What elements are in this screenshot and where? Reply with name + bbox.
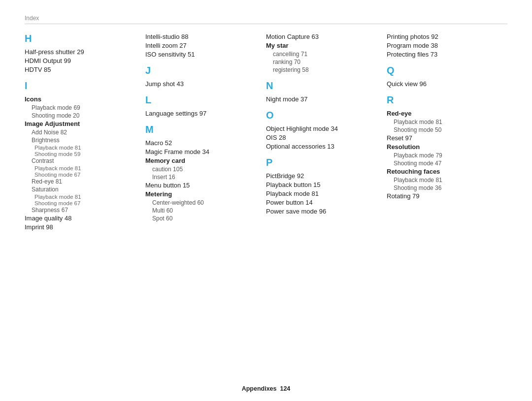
sub-sub-entry-item: Playback mode 81: [25, 165, 140, 171]
section-letter-J: J: [145, 65, 261, 76]
entry-item: Intelli-studio 88: [145, 33, 261, 40]
sub-entry-item: Contrast: [25, 157, 140, 164]
section-letter-H: H: [25, 33, 140, 44]
entry-item: Image quality 48: [25, 215, 140, 222]
entry-item: Retouching faces: [387, 168, 502, 175]
section-3-0: Printing photos 92Program mode 38Protect…: [387, 33, 502, 58]
entry-item: Icons: [25, 95, 140, 103]
entry-item: Intelli zoom 27: [145, 42, 261, 49]
entry-item: Resolution: [387, 143, 502, 151]
entry-item: Playback mode 81: [266, 190, 382, 197]
section-0-1: IIconsPlayback mode 69Shooting mode 20Im…: [25, 80, 140, 231]
section-letter-Q: Q: [387, 65, 502, 76]
section-2-0: Motion Capture 63My starcancelling 71ran…: [266, 33, 382, 73]
section-letter-I: I: [25, 80, 140, 92]
entry-item: Rotating 79: [387, 192, 502, 200]
entry-item: Power save mode 96: [266, 208, 382, 215]
section-letter-M: M: [145, 124, 261, 135]
sub-entry-item: Saturation: [25, 186, 140, 193]
entry-item: HDTV 85: [25, 66, 140, 73]
section-2-1: NNight mode 37: [266, 80, 382, 103]
page-label: Index: [25, 15, 507, 22]
sub-entry-item: registering 58: [266, 66, 382, 73]
column-1: Intelli-studio 88Intelli zoom 27ISO sens…: [145, 33, 266, 232]
section-1-2: LLanguage settings 97: [145, 94, 261, 117]
sub-entry-item: caution 105: [145, 166, 261, 173]
sub-entry-item: Center-weighted 60: [145, 199, 261, 206]
entry-item: PictBridge 92: [266, 172, 382, 180]
entry-item: OIS 28: [266, 134, 382, 141]
sub-entry-item: Playback mode 81: [387, 119, 502, 125]
footer: Appendixes 124: [0, 385, 532, 392]
sub-entry-item: cancelling 71: [266, 51, 382, 58]
entry-item: Jump shot 43: [145, 80, 261, 88]
entry-item: Language settings 97: [145, 110, 261, 117]
entry-item: Quick view 96: [387, 80, 502, 88]
sub-sub-entry-item: Playback mode 81: [25, 194, 140, 200]
section-3-2: RRed-eyePlayback mode 81Shooting mode 50…: [387, 94, 502, 200]
sub-entry-item: Add Noise 82: [25, 129, 140, 136]
entry-item: Playback button 15: [266, 181, 382, 188]
section-letter-P: P: [266, 157, 382, 168]
sub-entry-item: ranking 70: [266, 59, 382, 65]
entry-item: HDMI Output 99: [25, 57, 140, 64]
column-3: Printing photos 92Program mode 38Protect…: [387, 33, 507, 232]
sub-entry-item: Shooting mode 36: [387, 185, 502, 191]
entry-item: Menu button 15: [145, 182, 261, 189]
entry-item: Image Adjustment: [25, 120, 140, 127]
section-2-2: OObject Highlight mode 34OIS 28Optional …: [266, 110, 382, 150]
section-2-3: PPictBridge 92Playback button 15Playback…: [266, 157, 382, 215]
section-1-3: MMacro 52Magic Frame mode 34Memory cardc…: [145, 124, 261, 222]
sub-entry-item: Spot 60: [145, 215, 261, 222]
entry-item: Protecting files 73: [387, 51, 502, 58]
sub-entry-item: Red-eye 81: [25, 178, 140, 185]
column-2: Motion Capture 63My starcancelling 71ran…: [266, 33, 387, 232]
sub-sub-entry-item: Playback mode 81: [25, 145, 140, 151]
section-letter-N: N: [266, 80, 382, 92]
entry-item: Red-eye: [387, 110, 502, 117]
sub-entry-item: Shooting mode 20: [25, 112, 140, 119]
sub-sub-entry-item: Shooting mode 67: [25, 200, 140, 206]
sub-entry-item: Playback mode 69: [25, 104, 140, 111]
entry-item: Power button 14: [266, 199, 382, 206]
entry-item: Object Highlight mode 34: [266, 125, 382, 132]
entry-item: Program mode 38: [387, 42, 502, 49]
section-1-0: Intelli-studio 88Intelli zoom 27ISO sens…: [145, 33, 261, 58]
entry-item: Reset 97: [387, 134, 502, 142]
index-columns: HHalf-press shutter 29HDMI Output 99HDTV…: [25, 33, 507, 232]
section-1-1: JJump shot 43: [145, 65, 261, 88]
entry-item: Magic Frame mode 34: [145, 148, 261, 155]
entry-item: Half-press shutter 29: [25, 48, 140, 56]
entry-item: My star: [266, 42, 382, 49]
sub-entry-item: Shooting mode 50: [387, 126, 502, 133]
entry-item: Night mode 37: [266, 95, 382, 103]
entry-item: Motion Capture 63: [266, 33, 382, 40]
section-letter-R: R: [387, 94, 502, 106]
section-3-1: QQuick view 96: [387, 65, 502, 88]
sub-entry-item: Brightness: [25, 137, 140, 144]
footer-page: 124: [280, 385, 290, 392]
sub-entry-item: Playback mode 79: [387, 152, 502, 159]
entry-item: Optional accessories 13: [266, 143, 382, 150]
entry-item: Macro 52: [145, 139, 261, 147]
sub-entry-item: Playback mode 81: [387, 177, 502, 184]
page: Index HHalf-press shutter 29HDMI Output …: [0, 0, 532, 401]
sub-entry-item: Insert 16: [145, 174, 261, 181]
top-rule: [25, 24, 507, 24]
column-0: HHalf-press shutter 29HDMI Output 99HDTV…: [25, 33, 145, 232]
section-letter-L: L: [145, 94, 261, 106]
section-letter-O: O: [266, 110, 382, 121]
sub-sub-entry-item: Shooting mode 67: [25, 172, 140, 178]
section-0-0: HHalf-press shutter 29HDMI Output 99HDTV…: [25, 33, 140, 73]
entry-item: Printing photos 92: [387, 33, 502, 40]
entry-item: ISO sensitivity 51: [145, 51, 261, 58]
sub-entry-item: Shooting mode 47: [387, 160, 502, 167]
entry-item: Imprint 98: [25, 223, 140, 231]
footer-text: Appendixes: [242, 385, 277, 392]
entry-item: Memory card: [145, 157, 261, 164]
entry-item: Metering: [145, 190, 261, 198]
sub-sub-entry-item: Shooting mode 59: [25, 151, 140, 157]
sub-entry-item: Multi 60: [145, 207, 261, 214]
sub-entry-item: Sharpness 67: [25, 207, 140, 214]
